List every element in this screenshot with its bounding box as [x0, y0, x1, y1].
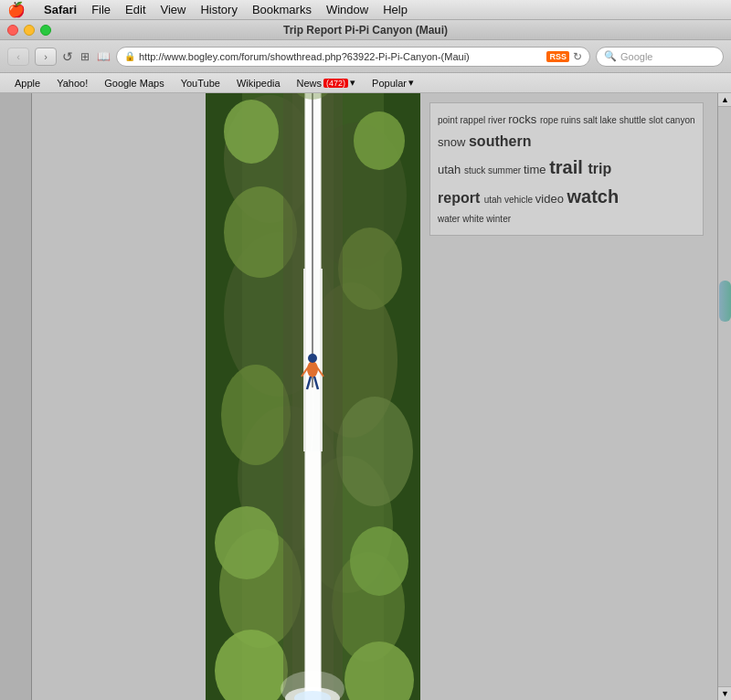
back-button[interactable]: ‹: [7, 48, 29, 66]
menubar: 🍎 Safari File Edit View History Bookmark…: [0, 0, 731, 20]
window-controls: [7, 25, 51, 36]
svg-point-15: [354, 111, 405, 170]
tag-rocks[interactable]: rocks: [508, 112, 540, 126]
tag-utah[interactable]: utah: [438, 163, 464, 176]
bookmark-popular[interactable]: Popular ▾: [365, 75, 421, 90]
svg-rect-27: [305, 451, 321, 700]
reader-icon[interactable]: ⊞: [80, 50, 90, 63]
close-button[interactable]: [7, 25, 18, 36]
tag-lake[interactable]: lake: [600, 115, 620, 125]
bookmark-wikipedia[interactable]: Wikipedia: [229, 76, 288, 90]
tag-trip[interactable]: trip: [588, 161, 611, 176]
svg-point-16: [215, 506, 279, 579]
bookmark-news[interactable]: News (472) ▾: [290, 75, 364, 90]
waterfall-image: [206, 93, 420, 700]
bookmark-google-maps[interactable]: Google Maps: [97, 76, 171, 90]
svg-point-10: [221, 365, 291, 465]
svg-point-14: [224, 100, 279, 164]
refresh-icon[interactable]: ↻: [573, 50, 582, 63]
chevron-down-icon: ▾: [350, 77, 355, 89]
tag-rope[interactable]: rope: [540, 115, 561, 125]
tag-vehicle[interactable]: vehicle: [504, 195, 535, 205]
tag-cloud-box: point rappel river rocks rope ruins salt…: [429, 102, 704, 236]
bookmark-apple[interactable]: Apple: [7, 76, 48, 90]
tag-slot[interactable]: slot: [649, 115, 665, 125]
tag-ruins[interactable]: ruins: [561, 115, 583, 125]
address-bar[interactable]: 🔒 http://www.bogley.com/forum/showthread…: [116, 47, 590, 67]
tag-report[interactable]: report: [438, 190, 484, 206]
tag-river[interactable]: river: [488, 115, 508, 125]
main-content: point rappel river rocks rope ruins salt…: [32, 93, 731, 700]
search-placeholder: Google: [620, 51, 652, 62]
tag-southern[interactable]: southern: [469, 133, 531, 149]
content-area: point rappel river rocks rope ruins salt…: [0, 93, 731, 700]
toolbar: ‹ › ↺ ⊞ 📖 🔒 http://www.bogley.com/forum/…: [0, 40, 731, 73]
tag-shuttle[interactable]: shuttle: [620, 115, 649, 125]
svg-point-9: [338, 228, 402, 310]
minimize-button[interactable]: [24, 25, 35, 36]
tag-stuck[interactable]: stuck: [464, 165, 488, 175]
address-text: http://www.bogley.com/forum/showthread.p…: [139, 51, 543, 62]
zoom-button[interactable]: [40, 25, 51, 36]
rss-badge[interactable]: RSS: [546, 51, 569, 62]
reload-button[interactable]: ↺: [62, 49, 73, 64]
menu-bookmarks[interactable]: Bookmarks: [245, 0, 319, 20]
vertical-scrollbar[interactable]: ▲ ▼: [717, 93, 731, 700]
tag-snow[interactable]: snow: [438, 135, 469, 149]
menu-history[interactable]: History: [193, 0, 244, 20]
tag-white[interactable]: white: [462, 214, 486, 224]
tag-watch[interactable]: watch: [567, 186, 620, 207]
search-bar[interactable]: 🔍 Google: [596, 47, 724, 67]
menu-view[interactable]: View: [154, 0, 194, 20]
apple-menu[interactable]: 🍎: [7, 1, 26, 18]
scroll-down-button[interactable]: ▼: [718, 686, 731, 700]
left-sidebar: [0, 93, 32, 700]
tag-winter[interactable]: winter: [486, 214, 511, 224]
news-label: News: [297, 78, 323, 89]
chevron-down-icon-popular: ▾: [408, 77, 414, 89]
svg-point-32: [308, 354, 317, 363]
tag-video[interactable]: video: [535, 192, 567, 206]
scroll-track: [718, 107, 731, 686]
right-content: point rappel river rocks rope ruins salt…: [420, 93, 731, 700]
search-icon: 🔍: [604, 50, 617, 62]
svg-point-31: [307, 361, 318, 377]
bookmarks-bar: Apple Yahoo! Google Maps YouTube Wikiped…: [0, 73, 731, 93]
tag-water[interactable]: water: [438, 214, 462, 224]
tag-rappel[interactable]: rappel: [460, 115, 488, 125]
menu-safari[interactable]: Safari: [37, 0, 84, 20]
extra-icons: ↺ ⊞ 📖: [62, 49, 111, 64]
forward-button[interactable]: ›: [35, 48, 57, 66]
news-count-badge: (472): [323, 79, 348, 88]
svg-point-17: [350, 526, 408, 596]
bookmark-youtube[interactable]: YouTube: [174, 76, 228, 90]
tag-point[interactable]: point: [438, 115, 460, 125]
tag-canyon[interactable]: canyon: [665, 115, 694, 125]
window-title: Trip Report Pi-Pi Canyon (Maui): [283, 24, 448, 37]
left-margin: [32, 93, 206, 700]
scroll-thumb[interactable]: [719, 281, 731, 322]
window-titlebar: Trip Report Pi-Pi Canyon (Maui): [0, 20, 731, 40]
scroll-up-button[interactable]: ▲: [718, 93, 731, 107]
menu-file[interactable]: File: [84, 0, 118, 20]
bookmarks-icon[interactable]: 📖: [97, 50, 111, 63]
tag-time[interactable]: time: [524, 163, 549, 176]
tag-summer[interactable]: summer: [488, 165, 524, 175]
menu-window[interactable]: Window: [319, 0, 376, 20]
menu-edit[interactable]: Edit: [118, 0, 153, 20]
popular-label: Popular: [372, 78, 407, 89]
svg-point-11: [336, 397, 413, 506]
bookmark-yahoo[interactable]: Yahoo!: [49, 76, 95, 90]
tag-salt[interactable]: salt: [583, 115, 599, 125]
tag-utah2[interactable]: utah: [484, 195, 504, 205]
lock-icon: 🔒: [124, 51, 135, 61]
menu-help[interactable]: Help: [376, 0, 415, 20]
page-content: [206, 93, 420, 700]
tag-cloud-container: point rappel river rocks rope ruins salt…: [425, 98, 708, 240]
tag-trail[interactable]: trail: [549, 157, 588, 177]
